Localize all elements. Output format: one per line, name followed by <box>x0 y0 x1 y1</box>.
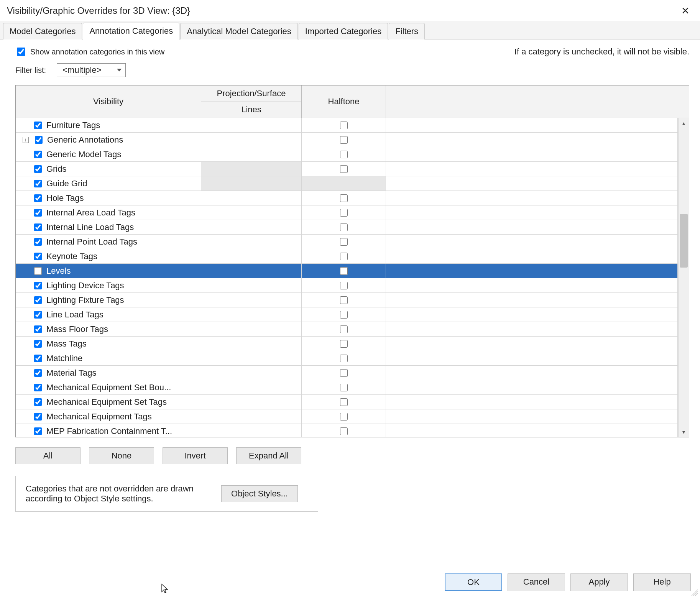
projection-lines-cell[interactable] <box>201 249 302 263</box>
halftone-cell[interactable] <box>302 205 386 220</box>
halftone-cell[interactable] <box>302 249 386 263</box>
table-row[interactable]: Material Tags <box>16 366 689 380</box>
table-row[interactable]: Mechanical Equipment Set Bou... <box>16 380 689 395</box>
visibility-cell[interactable]: Mechanical Equipment Tags <box>16 409 201 424</box>
table-row[interactable]: Lighting Device Tags <box>16 278 689 293</box>
header-visibility[interactable]: Visibility <box>16 85 201 118</box>
visibility-cell[interactable]: Mechanical Equipment Set Bou... <box>16 380 201 394</box>
projection-lines-cell[interactable] <box>201 147 302 161</box>
table-row[interactable]: Generic Model Tags <box>16 147 689 162</box>
visibility-checkbox[interactable] <box>34 282 42 289</box>
visibility-checkbox[interactable] <box>34 253 42 260</box>
halftone-checkbox[interactable] <box>340 282 348 289</box>
visibility-cell[interactable]: Mass Floor Tags <box>16 322 201 336</box>
halftone-cell[interactable] <box>302 293 386 307</box>
visibility-cell[interactable]: Keynote Tags <box>16 249 201 263</box>
visibility-cell[interactable]: Material Tags <box>16 366 201 380</box>
table-row[interactable]: Mechanical Equipment Set Tags <box>16 395 689 409</box>
table-row[interactable]: Lighting Fixture Tags <box>16 293 689 307</box>
visibility-cell[interactable]: Hole Tags <box>16 191 201 205</box>
visibility-checkbox[interactable] <box>34 238 42 246</box>
cancel-button[interactable]: Cancel <box>508 573 565 591</box>
halftone-cell[interactable] <box>302 351 386 365</box>
halftone-checkbox[interactable] <box>340 165 348 173</box>
projection-lines-cell[interactable] <box>201 293 302 307</box>
close-button[interactable]: ✕ <box>678 4 693 18</box>
all-button[interactable]: All <box>15 447 81 464</box>
projection-lines-cell[interactable] <box>201 351 302 365</box>
visibility-cell[interactable]: +Generic Annotations <box>16 133 201 147</box>
scrollbar[interactable]: ▴ ▾ <box>678 118 689 437</box>
halftone-checkbox[interactable] <box>340 136 348 144</box>
projection-lines-cell[interactable] <box>201 220 302 234</box>
resize-grip-icon[interactable] <box>690 588 698 596</box>
projection-lines-cell[interactable] <box>201 235 302 249</box>
visibility-cell[interactable]: Mass Tags <box>16 337 201 351</box>
table-row[interactable]: Internal Point Load Tags <box>16 235 689 249</box>
projection-lines-cell[interactable] <box>201 118 302 132</box>
visibility-checkbox[interactable] <box>34 180 42 187</box>
visibility-cell[interactable]: Grids <box>16 162 201 176</box>
table-row[interactable]: Mass Floor Tags <box>16 322 689 337</box>
halftone-cell[interactable] <box>302 162 386 176</box>
halftone-cell[interactable] <box>302 118 386 132</box>
halftone-cell[interactable] <box>302 264 386 278</box>
visibility-checkbox[interactable] <box>34 355 42 362</box>
halftone-checkbox[interactable] <box>340 209 348 217</box>
tab-model-categories[interactable]: Model Categories <box>3 23 82 39</box>
apply-button[interactable]: Apply <box>570 573 628 591</box>
help-button[interactable]: Help <box>633 573 691 591</box>
visibility-cell[interactable]: MEP Fabrication Containment T... <box>16 424 201 437</box>
halftone-cell[interactable] <box>302 147 386 161</box>
visibility-cell[interactable]: Mechanical Equipment Set Tags <box>16 395 201 409</box>
halftone-checkbox[interactable] <box>340 384 348 391</box>
visibility-checkbox[interactable] <box>35 136 43 144</box>
visibility-checkbox[interactable] <box>34 325 42 333</box>
halftone-checkbox[interactable] <box>340 355 348 362</box>
table-row[interactable]: Keynote Tags <box>16 249 689 264</box>
table-row[interactable]: MEP Fabrication Containment T... <box>16 424 689 437</box>
projection-lines-cell[interactable] <box>201 322 302 336</box>
halftone-checkbox[interactable] <box>340 122 348 129</box>
table-row[interactable]: Mass Tags <box>16 337 689 351</box>
projection-lines-cell[interactable] <box>201 307 302 322</box>
table-row[interactable]: Grids <box>16 162 689 176</box>
scroll-up-icon[interactable]: ▴ <box>679 118 689 128</box>
projection-lines-cell[interactable] <box>201 133 302 147</box>
halftone-cell[interactable] <box>302 278 386 292</box>
header-halftone[interactable]: Halftone <box>302 85 386 118</box>
halftone-checkbox[interactable] <box>340 311 348 319</box>
halftone-checkbox[interactable] <box>340 369 348 377</box>
halftone-cell[interactable] <box>302 191 386 205</box>
projection-lines-cell[interactable] <box>201 395 302 409</box>
expand-icon[interactable]: + <box>23 137 29 143</box>
tab-imported-categories[interactable]: Imported Categories <box>299 23 388 39</box>
visibility-checkbox[interactable] <box>34 384 42 391</box>
table-row[interactable]: Mechanical Equipment Tags <box>16 409 689 424</box>
scroll-thumb[interactable] <box>680 214 688 268</box>
halftone-cell[interactable] <box>302 235 386 249</box>
halftone-cell[interactable] <box>302 366 386 380</box>
visibility-cell[interactable]: Internal Point Load Tags <box>16 235 201 249</box>
halftone-cell[interactable] <box>302 380 386 394</box>
visibility-checkbox[interactable] <box>34 267 42 275</box>
table-row[interactable]: Matchline <box>16 351 689 366</box>
visibility-checkbox[interactable] <box>34 223 42 231</box>
table-row[interactable]: Hole Tags <box>16 191 689 205</box>
projection-lines-cell[interactable] <box>201 409 302 424</box>
halftone-checkbox[interactable] <box>340 325 348 333</box>
tab-filters[interactable]: Filters <box>389 23 425 39</box>
tab-annotation-categories[interactable]: Annotation Categories <box>83 23 179 39</box>
projection-lines-cell[interactable] <box>201 191 302 205</box>
halftone-cell[interactable] <box>302 220 386 234</box>
halftone-checkbox[interactable] <box>340 340 348 348</box>
visibility-cell[interactable]: Generic Model Tags <box>16 147 201 161</box>
table-row[interactable]: Levels <box>16 264 689 278</box>
invert-button[interactable]: Invert <box>163 447 228 464</box>
filter-dropdown[interactable]: <multiple> <box>57 63 126 77</box>
visibility-checkbox[interactable] <box>34 296 42 304</box>
expand-all-button[interactable]: Expand All <box>236 447 301 464</box>
object-styles-button[interactable]: Object Styles... <box>221 485 298 502</box>
visibility-checkbox[interactable] <box>34 122 42 129</box>
projection-lines-cell[interactable] <box>201 205 302 220</box>
